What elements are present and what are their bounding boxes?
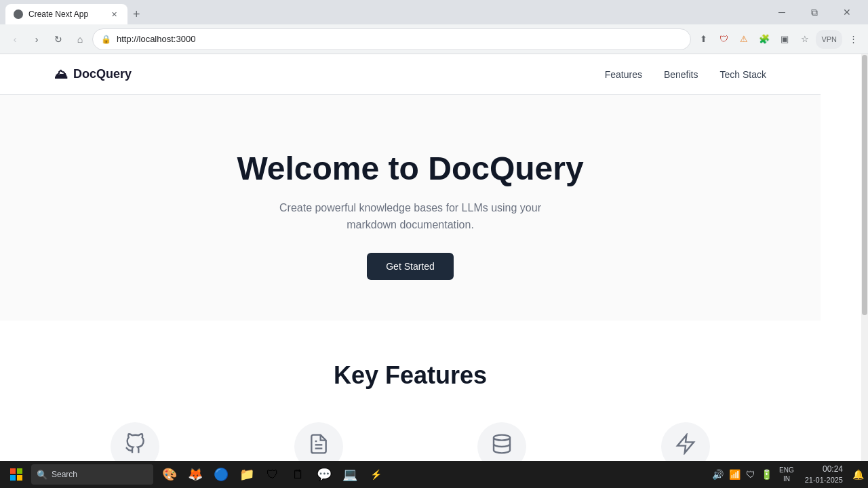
browser-tab-active[interactable]: Create Next App ✕ [5,4,127,24]
nav-link-benefits[interactable]: Benefits [664,69,698,80]
restore-button[interactable]: ⧉ [799,2,830,22]
forward-button[interactable]: › [27,30,46,49]
home-button[interactable]: ⌂ [71,30,90,49]
tab-favicon [14,9,23,19]
browser-titlebar: Create Next App ✕ + ─ ⧉ ✕ [0,0,868,24]
system-clock[interactable]: 00:24 21-01-2025 [800,464,848,485]
taskbar-apps: 🎨 🦊 🔵 📁 🛡 🗒 💬 💻 ⚡ [157,463,388,486]
system-tray-icons: 🔊 📶 🛡 🔋 [711,468,774,481]
nav-link-techstack[interactable]: Tech Stack [720,69,766,80]
taskbar-search-text: Search [52,470,77,479]
database-icon [491,433,513,460]
scrollbar-thumb[interactable] [862,55,867,315]
taskbar-app-7[interactable]: 💬 [312,463,336,486]
start-button[interactable] [3,463,30,486]
get-started-button[interactable]: Get Started [367,253,454,280]
toolbar-actions: ⬆ 🛡 ⚠ 🧩 ▣ ☆ VPN ⋮ [694,30,863,49]
shield-icon[interactable]: 🛡 [714,30,733,49]
website: ⛰ DocQuery Features Benefits Tech Stack … [0,54,821,488]
github-icon [124,433,146,460]
clock-time: 00:24 [805,464,843,475]
taskbar: 🔍 Search 🎨 🦊 🔵 📁 🛡 🗒 💬 💻 ⚡ 🔊 📶 🛡 🔋 ENGIN… [0,461,868,488]
taskbar-app-6[interactable]: 🗒 [286,463,311,486]
share-icon[interactable]: ⬆ [694,30,713,49]
lightning-icon [675,433,696,460]
close-button[interactable]: ✕ [831,2,863,22]
nav-link-features[interactable]: Features [605,69,642,80]
taskbar-search[interactable]: 🔍 Search [31,464,153,485]
tab-close-button[interactable]: ✕ [108,9,119,20]
browser-toolbar: ‹ › ↻ ⌂ 🔒 http://localhost:3000 ⬆ 🛡 ⚠ 🧩 … [0,24,868,54]
minimize-button[interactable]: ─ [766,2,797,22]
tray-icon-shield[interactable]: 🛡 [745,468,757,481]
bookmark-icon[interactable]: ☆ [795,30,814,49]
warning-icon[interactable]: ⚠ [734,30,753,49]
notification-icon[interactable]: 🔔 [851,468,865,481]
hero-subtitle: Create powerful knowledge bases for LLMs… [268,199,553,234]
menu-icon[interactable]: ⋮ [844,30,863,49]
language-indicator[interactable]: ENGIN [776,464,797,485]
taskbar-app-1[interactable]: 🎨 [157,463,182,486]
taskbar-app-4[interactable]: 📁 [235,463,259,486]
svg-point-3 [494,435,510,441]
svg-rect-5 [10,468,16,474]
scrollbar[interactable] [861,54,868,488]
svg-point-0 [16,12,21,17]
tray-icon-2[interactable]: 📶 [728,468,742,481]
svg-rect-8 [17,475,22,481]
features-title: Key Features [54,361,766,390]
page-content: ⛰ DocQuery Features Benefits Tech Stack … [0,54,868,488]
tab-title: Create Next App [28,9,88,19]
taskbar-app-8[interactable]: 💻 [338,463,362,486]
address-bar[interactable]: 🔒 http://localhost:3000 [92,28,691,50]
taskbar-app-2[interactable]: 🦊 [183,463,208,486]
vpn-label[interactable]: VPN [816,30,842,49]
taskbar-search-icon: 🔍 [37,470,47,480]
taskbar-app-5[interactable]: 🛡 [260,463,285,486]
svg-rect-6 [17,468,22,474]
new-tab-button[interactable]: + [127,5,146,24]
taskbar-right: 🔊 📶 🛡 🔋 ENGIN 00:24 21-01-2025 🔔 [711,464,865,485]
tray-icon-battery[interactable]: 🔋 [760,468,774,481]
logo-icon: ⛰ [54,66,68,82]
window-controls: ─ ⧉ ✕ [766,2,863,22]
hero-title: Welcome to DocQuery [237,149,583,188]
tab-bar: Create Next App ✕ + [5,0,146,24]
browser-frame: Create Next App ✕ + ─ ⧉ ✕ ‹ › ↻ ⌂ 🔒 http… [0,0,868,488]
logo-text: DocQuery [73,67,132,81]
site-nav: ⛰ DocQuery Features Benefits Tech Stack [0,54,821,95]
svg-rect-7 [10,475,16,481]
clock-date: 21-01-2025 [805,475,843,485]
taskbar-app-3[interactable]: 🔵 [209,463,233,486]
tray-icon-1[interactable]: 🔊 [711,468,725,481]
taskbar-app-9[interactable]: ⚡ [363,463,388,486]
back-button[interactable]: ‹ [5,30,24,49]
reload-button[interactable]: ↻ [49,30,68,49]
sidebar-icon[interactable]: ▣ [775,30,794,49]
document-icon [308,433,330,460]
address-url: http://localhost:3000 [117,34,682,44]
extensions-icon[interactable]: 🧩 [755,30,774,49]
nav-links: Features Benefits Tech Stack [605,69,766,80]
site-logo[interactable]: ⛰ DocQuery [54,66,132,82]
hero-section: Welcome to DocQuery Create powerful know… [0,95,821,321]
svg-marker-4 [677,435,694,453]
security-icon: 🔒 [101,35,111,44]
